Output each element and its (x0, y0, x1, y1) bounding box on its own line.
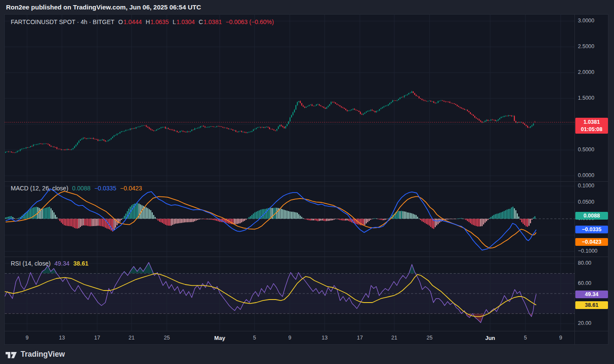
time-axis-label: Jun (485, 335, 495, 341)
close-label: C (199, 18, 203, 25)
footer-bar: TradingView (0, 345, 614, 364)
macd-hist-value: 0.0088 (72, 185, 91, 192)
time-axis-label: 21 (391, 335, 397, 341)
header-text: Ron2ee published on TradingView.com, Jun… (6, 3, 201, 11)
time-axis-label: May (214, 335, 225, 341)
last-price-badge: 1.0381 01:05:08 (575, 118, 608, 134)
time-axis-label: 5 (253, 335, 256, 341)
low-label: L (173, 18, 176, 25)
time-axis-label: 21 (129, 335, 135, 341)
rsi-axis-label: 20.00 (578, 320, 591, 326)
macd-line-value: −0.0335 (94, 185, 116, 192)
time-axis-label: 13 (322, 335, 328, 341)
high-label: H (146, 18, 150, 25)
macd-title: MACD (12, 26, close) (11, 185, 68, 192)
macd-axis-label: 0.1000 (578, 183, 594, 189)
tradingview-logo[interactable]: TradingView (6, 350, 65, 359)
symbol-title: FARTCOINUSDT SPOT · 4h · BITGET (11, 18, 114, 25)
tradingview-logo-text: TradingView (21, 350, 65, 359)
price-axis-label: 0.5000 (578, 147, 594, 153)
time-axis-label: 9 (559, 335, 562, 341)
macd-axis-label: 0.0500 (578, 199, 594, 205)
rsi-axis-label: 60.00 (578, 280, 591, 286)
page: { "header": { "text": "Ron2ee published … (0, 0, 614, 364)
time-axis-label: 9 (289, 335, 292, 341)
low-value: 1.0304 (176, 18, 195, 25)
high-value: 1.0635 (150, 18, 169, 25)
macd-legend: MACD (12, 26, close) 0.0088 −0.0335 −0.0… (11, 185, 144, 192)
time-axis-label: 17 (357, 335, 363, 341)
time-axis-label: 17 (94, 335, 100, 341)
price-axis-label: 1.5000 (578, 95, 594, 101)
last-price-value: 1.0381 (575, 119, 608, 126)
price-axis-label: 3.0000 (578, 18, 594, 24)
header-bar: Ron2ee published on TradingView.com, Jun… (0, 0, 614, 14)
rsi-legend: RSI (14, close) 49.34 38.61 (11, 260, 90, 267)
open-label: O (118, 18, 123, 25)
grid-lines (5, 15, 574, 331)
time-axis-label: 5 (524, 335, 527, 341)
price-axis-label: 0.0000 (578, 172, 594, 178)
macd-signal-value: −0.0423 (120, 185, 142, 192)
rsi-badge: 49.34 (575, 291, 608, 298)
change-value: −0.0063 (−0.60%) (226, 18, 274, 25)
open-value: 1.0444 (123, 18, 142, 25)
rsi-value: 49.34 (54, 260, 69, 267)
macd-axis-label: −0.1000 (578, 248, 598, 254)
time-axis-label: 25 (164, 335, 170, 341)
macd-hist-badge: 0.0088 (575, 212, 608, 220)
bar-countdown: 01:05:08 (575, 126, 608, 133)
price-legend: FARTCOINUSDT SPOT · 4h · BITGET O1.0444 … (11, 18, 276, 25)
macd-signal-badge: −0.0423 (575, 238, 608, 246)
time-axis-label: 9 (26, 335, 29, 341)
chart-canvas[interactable] (5, 15, 608, 344)
candles-layer (5, 91, 535, 153)
time-axis-label: 25 (427, 335, 433, 341)
price-axis-label: 2.0000 (578, 69, 594, 75)
price-axis-label: 2.5000 (578, 43, 594, 49)
chart-container[interactable]: FARTCOINUSDT SPOT · 4h · BITGET O1.0444 … (4, 14, 608, 345)
time-axis-label: 13 (59, 335, 65, 341)
macd-line-badge: −0.0335 (575, 226, 608, 233)
rsi-ma-badge: 38.61 (575, 301, 608, 309)
tradingview-logo-icon (6, 350, 17, 359)
rsi-ma-value: 38.61 (73, 260, 88, 267)
close-value: 1.0381 (203, 18, 222, 25)
rsi-axis-label: 80.00 (578, 260, 591, 266)
rsi-title: RSI (14, close) (11, 260, 51, 267)
